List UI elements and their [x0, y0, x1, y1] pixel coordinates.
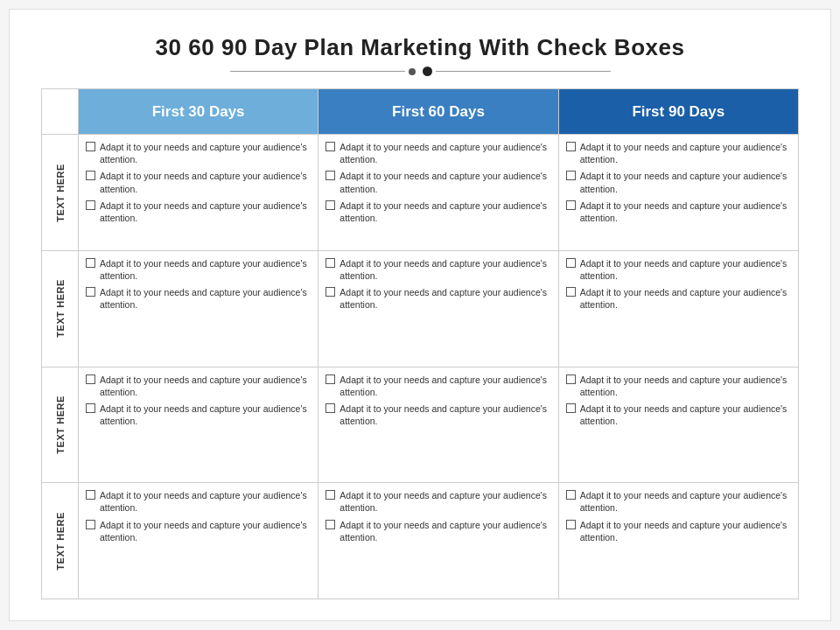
- label-cell-1: Text Here: [42, 135, 78, 251]
- checkbox-icon[interactable]: [566, 520, 576, 529]
- checkbox-icon[interactable]: [326, 171, 335, 180]
- list-item: Adapt it to your needs and capture your …: [566, 286, 791, 311]
- checkbox-icon[interactable]: [326, 490, 335, 500]
- col-1-section-2: Adapt it to your needs and capture your …: [79, 251, 318, 368]
- main-table: Text Here Text Here Text Here Text Here …: [41, 88, 799, 599]
- day-column-3: First 90 DaysAdapt it to your needs and …: [559, 89, 798, 598]
- list-item: Adapt it to your needs and capture your …: [566, 141, 791, 165]
- row-label-1: Text Here: [55, 164, 66, 222]
- item-text: Adapt it to your needs and capture your …: [580, 402, 791, 427]
- list-item: Adapt it to your needs and capture your …: [86, 170, 311, 194]
- list-item: Adapt it to your needs and capture your …: [566, 170, 791, 194]
- item-text: Adapt it to your needs and capture your …: [580, 374, 791, 398]
- checkbox-icon[interactable]: [566, 200, 576, 210]
- item-text: Adapt it to your needs and capture your …: [100, 402, 311, 427]
- checkbox-icon[interactable]: [326, 520, 335, 529]
- checkbox-icon[interactable]: [86, 287, 95, 297]
- checkbox-icon[interactable]: [566, 142, 576, 151]
- checkbox-icon[interactable]: [326, 200, 335, 210]
- checkbox-icon[interactable]: [326, 374, 335, 384]
- divider-line-left: [230, 71, 405, 72]
- col-2-section-4: Adapt it to your needs and capture your …: [318, 483, 557, 598]
- checkbox-icon[interactable]: [86, 403, 95, 413]
- item-text: Adapt it to your needs and capture your …: [100, 519, 311, 543]
- checkbox-icon[interactable]: [566, 490, 576, 500]
- list-item: Adapt it to your needs and capture your …: [566, 374, 791, 398]
- col-3-section-4: Adapt it to your needs and capture your …: [559, 483, 798, 598]
- item-text: Adapt it to your needs and capture your …: [580, 489, 791, 514]
- checkbox-icon[interactable]: [86, 200, 95, 210]
- col-1-section-4: Adapt it to your needs and capture your …: [79, 483, 318, 598]
- item-text: Adapt it to your needs and capture your …: [100, 200, 311, 224]
- list-item: Adapt it to your needs and capture your …: [326, 286, 550, 311]
- checkbox-icon[interactable]: [326, 142, 335, 151]
- checkbox-icon[interactable]: [86, 374, 95, 384]
- item-text: Adapt it to your needs and capture your …: [340, 257, 550, 282]
- item-text: Adapt it to your needs and capture your …: [100, 141, 311, 165]
- item-text: Adapt it to your needs and capture your …: [580, 257, 791, 282]
- list-item: Adapt it to your needs and capture your …: [326, 519, 550, 543]
- checkbox-icon[interactable]: [326, 258, 335, 268]
- item-text: Adapt it to your needs and capture your …: [100, 170, 311, 194]
- checkbox-icon[interactable]: [326, 287, 335, 297]
- item-text: Adapt it to your needs and capture your …: [100, 257, 311, 282]
- item-text: Adapt it to your needs and capture your …: [340, 200, 550, 224]
- label-header-spacer: [42, 89, 78, 135]
- checkbox-icon[interactable]: [86, 171, 95, 180]
- label-cell-4: Text Here: [42, 483, 78, 598]
- row-label-3: Text Here: [55, 396, 66, 454]
- checkbox-icon[interactable]: [86, 520, 95, 529]
- row-label-4: Text Here: [55, 512, 66, 570]
- item-text: Adapt it to your needs and capture your …: [100, 489, 311, 514]
- item-text: Adapt it to your needs and capture your …: [100, 286, 311, 311]
- checkbox-icon[interactable]: [326, 403, 335, 413]
- list-item: Adapt it to your needs and capture your …: [326, 402, 550, 427]
- label-cell-2: Text Here: [42, 251, 78, 368]
- list-item: Adapt it to your needs and capture your …: [326, 489, 550, 514]
- col-2-section-3: Adapt it to your needs and capture your …: [318, 368, 557, 484]
- item-text: Adapt it to your needs and capture your …: [340, 170, 550, 194]
- day-column-1: First 30 DaysAdapt it to your needs and …: [79, 89, 318, 598]
- divider-line-right: [436, 71, 611, 72]
- col-header-3: First 90 Days: [559, 89, 798, 135]
- checkbox-icon[interactable]: [86, 142, 95, 151]
- label-column: Text Here Text Here Text Here Text Here: [42, 89, 79, 598]
- list-item: Adapt it to your needs and capture your …: [86, 374, 311, 398]
- checkbox-icon[interactable]: [86, 490, 95, 500]
- list-item: Adapt it to your needs and capture your …: [566, 519, 791, 543]
- col-3-section-1: Adapt it to your needs and capture your …: [559, 135, 798, 251]
- day-column-2: First 60 DaysAdapt it to your needs and …: [318, 89, 558, 598]
- item-text: Adapt it to your needs and capture your …: [580, 200, 791, 224]
- item-text: Adapt it to your needs and capture your …: [100, 374, 311, 398]
- list-item: Adapt it to your needs and capture your …: [86, 200, 311, 224]
- item-text: Adapt it to your needs and capture your …: [340, 402, 550, 427]
- col-1-section-1: Adapt it to your needs and capture your …: [79, 135, 318, 251]
- checkbox-icon[interactable]: [566, 403, 576, 413]
- list-item: Adapt it to your needs and capture your …: [566, 200, 791, 224]
- label-cell-3: Text Here: [42, 368, 78, 484]
- item-text: Adapt it to your needs and capture your …: [340, 286, 550, 311]
- list-item: Adapt it to your needs and capture your …: [326, 374, 550, 398]
- row-label-2: Text Here: [55, 279, 66, 338]
- col-2-section-1: Adapt it to your needs and capture your …: [318, 135, 557, 251]
- checkbox-icon[interactable]: [566, 287, 576, 297]
- item-text: Adapt it to your needs and capture your …: [580, 170, 791, 194]
- col-1-section-3: Adapt it to your needs and capture your …: [79, 368, 318, 484]
- item-text: Adapt it to your needs and capture your …: [340, 519, 550, 543]
- list-item: Adapt it to your needs and capture your …: [566, 402, 791, 427]
- list-item: Adapt it to your needs and capture your …: [326, 257, 550, 282]
- item-text: Adapt it to your needs and capture your …: [340, 141, 550, 165]
- divider-dot-small: [409, 68, 416, 75]
- item-text: Adapt it to your needs and capture your …: [580, 519, 791, 543]
- list-item: Adapt it to your needs and capture your …: [86, 402, 311, 427]
- title-divider: [41, 66, 799, 76]
- item-text: Adapt it to your needs and capture your …: [580, 286, 791, 311]
- list-item: Adapt it to your needs and capture your …: [86, 141, 311, 165]
- list-item: Adapt it to your needs and capture your …: [326, 170, 550, 194]
- checkbox-icon[interactable]: [566, 374, 576, 384]
- list-item: Adapt it to your needs and capture your …: [326, 141, 550, 165]
- item-text: Adapt it to your needs and capture your …: [340, 489, 550, 514]
- checkbox-icon[interactable]: [566, 171, 576, 180]
- checkbox-icon[interactable]: [86, 258, 95, 268]
- checkbox-icon[interactable]: [566, 258, 576, 268]
